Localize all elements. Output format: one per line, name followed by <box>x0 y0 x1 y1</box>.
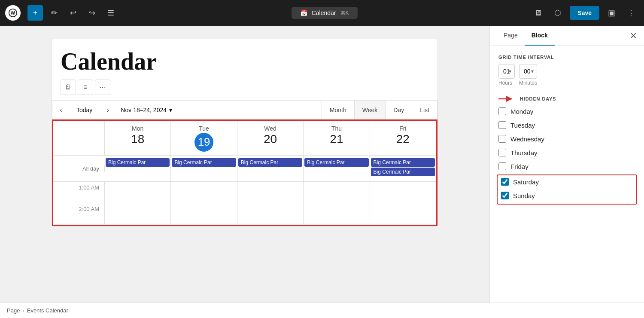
more-options-button[interactable]: ⋮ <box>623 5 639 21</box>
event-chip[interactable]: Big Cermaic Par <box>172 158 236 167</box>
event-chip[interactable]: Big Cermaic Par <box>238 158 302 167</box>
checked-days-group: Saturday Sunday <box>497 174 637 205</box>
header-empty <box>53 121 105 155</box>
page-title: Calendar <box>52 39 437 80</box>
checkbox-monday: Monday <box>498 107 635 115</box>
tuesday-checkbox[interactable] <box>498 121 506 129</box>
calendar-more-icon-btn[interactable]: ⋯ <box>95 80 110 95</box>
close-panel-button[interactable]: ✕ <box>630 26 637 46</box>
allday-wed: Big Cermaic Par <box>237 156 304 181</box>
thursday-label[interactable]: Thursday <box>510 149 538 156</box>
saturday-label[interactable]: Saturday <box>513 178 539 186</box>
event-chip[interactable]: Big Cermaic Par <box>106 158 170 167</box>
view-month-button[interactable]: Month <box>322 101 354 119</box>
toolbar-shortcut: ⌘K <box>340 10 349 16</box>
event-chip[interactable]: Big Cermaic Par <box>304 158 368 167</box>
breadcrumb: Page › Events Calendar <box>0 303 644 318</box>
friday-label[interactable]: Friday <box>510 163 529 170</box>
grid-fri-1am <box>370 182 436 203</box>
time-rows: 1:00 AM 2:00 AM <box>53 182 436 225</box>
settings-toggle-button[interactable]: ▣ <box>604 5 619 21</box>
wednesday-label[interactable]: Wednesday <box>510 135 544 143</box>
right-panel: Page Block ✕ GRID TIME INTERVAL 010203 0… <box>489 26 644 303</box>
allday-mon: Big Cermaic Par <box>105 156 171 181</box>
grid-time-row: 010203 040612 ▾ Hours 001530 ▾ Minutes <box>498 64 635 86</box>
allday-fri: Big Cermaic Par Big Cermaic Par <box>370 156 436 181</box>
hidden-days-arrow-icon <box>498 95 516 103</box>
panel-tabs: Page Block ✕ <box>490 26 644 46</box>
svg-text:W: W <box>11 10 15 15</box>
sunday-checkbox[interactable] <box>501 192 509 199</box>
save-button[interactable]: Save <box>570 6 599 20</box>
editor-area: Calendar 🗓 ≡ ⋯ ‹ Today › Nov 18–24, 2024… <box>0 26 489 303</box>
minutes-select[interactable]: 001530 <box>519 64 537 79</box>
grid-mon-2am <box>105 203 171 225</box>
grid-fri-2am <box>370 203 436 225</box>
breadcrumb-separator: › <box>22 307 24 314</box>
tab-block[interactable]: Block <box>525 26 555 46</box>
calendar-widget: Calendar 🗓 ≡ ⋯ ‹ Today › Nov 18–24, 2024… <box>52 39 438 226</box>
wp-logo: W <box>5 5 21 21</box>
calendar-list-icon-btn[interactable]: ≡ <box>78 80 93 95</box>
hours-select-wrap: 010203 040612 ▾ Hours <box>498 64 515 86</box>
toolbar: W + ✏ ↩ ↪ ☰ 📅 Calendar ⌘K 🖥 ⬡ Save ▣ ⋮ <box>0 0 644 26</box>
view-week-button[interactable]: Week <box>354 101 386 119</box>
thursday-checkbox[interactable] <box>498 149 506 156</box>
friday-checkbox[interactable] <box>498 162 506 170</box>
calendar-nav: ‹ Today › Nov 18–24, 2024 ▾ Month Week D… <box>52 100 437 119</box>
grid-thu-2am <box>304 203 370 225</box>
view-day-button[interactable]: Day <box>385 101 412 119</box>
list-view-button[interactable]: ☰ <box>103 5 118 21</box>
breadcrumb-page: Page <box>7 307 20 314</box>
desktop-view-button[interactable]: 🖥 <box>530 5 546 21</box>
time-1am: 1:00 AM <box>53 182 105 203</box>
minutes-label: Minutes <box>519 80 537 86</box>
wednesday-checkbox[interactable] <box>498 135 506 143</box>
calendar-header-row: Mon 18 Tue 19 Wed 20 Thu 21 <box>53 121 436 156</box>
event-chip[interactable]: Big Cermaic Par <box>371 158 435 167</box>
event-chip[interactable]: Big Cermaic Par <box>371 168 435 176</box>
tab-page[interactable]: Page <box>497 26 525 46</box>
calendar-grid-wrapper: Mon 18 Tue 19 Wed 20 Thu 21 <box>52 119 437 226</box>
minutes-select-wrap: 001530 ▾ Minutes <box>519 64 537 86</box>
panel-content: GRID TIME INTERVAL 010203 040612 ▾ Hours <box>490 46 644 303</box>
calendar-icon: 📅 <box>300 9 307 16</box>
checkbox-sunday: Sunday <box>501 192 633 199</box>
edit-tool-button[interactable]: ✏ <box>46 5 62 21</box>
today-button[interactable]: Today <box>70 101 99 119</box>
checkbox-friday: Friday <box>498 162 635 170</box>
checkbox-thursday: Thursday <box>498 149 635 156</box>
time-2am: 2:00 AM <box>53 203 105 225</box>
allday-tue: Big Cermaic Par <box>171 156 237 181</box>
toolbar-title: Calendar <box>312 9 336 16</box>
view-list-button[interactable]: List <box>412 101 437 119</box>
prev-button[interactable]: ‹ <box>52 101 70 119</box>
allday-row: All day Big Cermaic Par Big Cermaic Par … <box>53 156 436 182</box>
date-range-chevron: ▾ <box>169 107 172 113</box>
undo-button[interactable]: ↩ <box>65 5 81 21</box>
monday-checkbox[interactable] <box>498 107 506 115</box>
calendar-grid-icon-btn[interactable]: 🗓 <box>61 80 76 95</box>
external-link-button[interactable]: ⬡ <box>550 5 565 21</box>
hours-label: Hours <box>498 80 515 86</box>
redo-button[interactable]: ↪ <box>84 5 100 21</box>
allday-label: All day <box>53 165 105 172</box>
grid-time-interval-label: GRID TIME INTERVAL <box>498 55 635 60</box>
main-layout: Calendar 🗓 ≡ ⋯ ‹ Today › Nov 18–24, 2024… <box>0 26 644 303</box>
header-tue: Tue 19 <box>171 121 237 155</box>
view-buttons: Month Week Day List <box>322 101 437 119</box>
tuesday-label[interactable]: Tuesday <box>510 122 535 129</box>
date-range-text: Nov 18–24, 2024 <box>121 107 167 113</box>
grid-tue-1am <box>171 182 237 203</box>
date-range: Nov 18–24, 2024 ▾ <box>116 107 176 113</box>
hours-select[interactable]: 010203 040612 <box>498 64 515 79</box>
grid-mon-1am <box>105 182 171 203</box>
header-wed: Wed 20 <box>237 121 304 155</box>
grid-tue-2am <box>171 203 237 225</box>
add-block-button[interactable]: + <box>27 5 43 21</box>
saturday-checkbox[interactable] <box>501 178 509 186</box>
grid-wed-2am <box>237 203 304 225</box>
sunday-label[interactable]: Sunday <box>513 192 535 199</box>
monday-label[interactable]: Monday <box>510 108 533 115</box>
next-button[interactable]: › <box>99 101 116 119</box>
